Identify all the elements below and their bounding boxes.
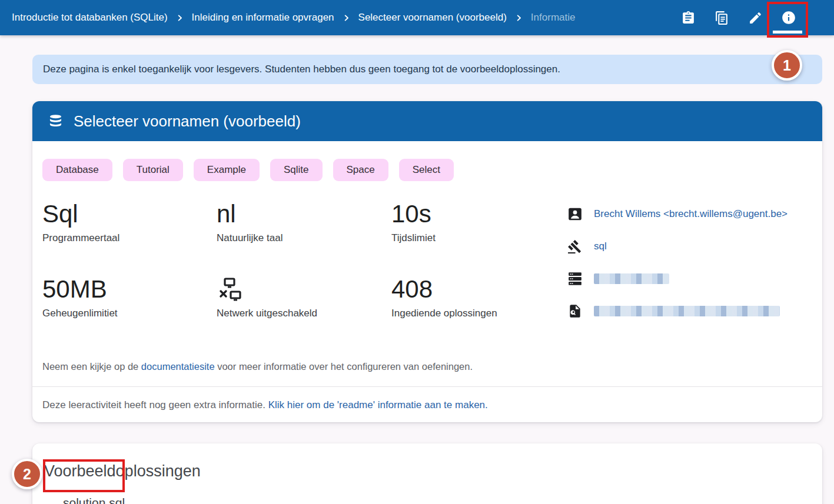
stat-programming-language: Sql Programmeertaal bbox=[42, 202, 217, 259]
stat-value: 50MB bbox=[42, 277, 217, 302]
info-icon[interactable] bbox=[781, 10, 796, 25]
navbar-actions bbox=[680, 10, 834, 25]
stat-label: Natuurlijke taal bbox=[217, 232, 391, 244]
example-solutions-card: Voorbeeldoplossingen solution.sql bbox=[32, 443, 822, 504]
exercise-info-card: Selecteer voornamen (voorbeeld) Database… bbox=[32, 101, 822, 422]
stat-submissions: 408 Ingediende oplossingen bbox=[391, 277, 562, 335]
meta-contact-row: Brecht Willems <brecht.willems@ugent.be> bbox=[567, 206, 788, 222]
solutions-title: Voorbeeldoplossingen bbox=[44, 462, 810, 480]
exercise-card-header: Selecteer voornamen (voorbeeld) bbox=[32, 101, 822, 141]
document-search-icon bbox=[567, 303, 583, 319]
readme-note: Deze leeractiviteit heeft nog geen extra… bbox=[32, 387, 822, 422]
stat-label: Programmeertaal bbox=[42, 232, 217, 244]
exercise-title: Selecteer voornamen (voorbeeld) bbox=[74, 112, 301, 131]
breadcrumb-course-link[interactable]: Introductie tot databanken (SQLite) bbox=[12, 12, 168, 24]
chevron-right-icon bbox=[342, 14, 351, 22]
contact-email-link[interactable]: Brecht Willems <brecht.willems@ugent.be> bbox=[594, 208, 788, 220]
stat-value: 10s bbox=[391, 202, 562, 227]
docs-note-text: Neem een kijkje op de bbox=[42, 361, 141, 372]
stat-memory-limit: 50MB Geheugenlimitiet bbox=[42, 277, 217, 335]
label-chip[interactable]: Tutorial bbox=[123, 159, 183, 181]
copy-pages-icon[interactable] bbox=[714, 10, 729, 25]
breadcrumb: Introductie tot databanken (SQLite) Inle… bbox=[12, 12, 575, 24]
stat-label: Netwerk uitgeschakeld bbox=[217, 308, 391, 319]
judge-link[interactable]: sql bbox=[594, 241, 607, 252]
stat-value: 408 bbox=[391, 277, 562, 302]
redacted-exercise-path bbox=[594, 306, 780, 316]
server-stack-icon bbox=[567, 271, 583, 287]
top-navbar: Introductie tot databanken (SQLite) Inle… bbox=[0, 0, 834, 35]
label-chip[interactable]: Example bbox=[194, 159, 260, 181]
stat-value: nl bbox=[217, 202, 391, 227]
readme-note-text: Deze leeractiviteit heeft nog geen extra… bbox=[42, 399, 268, 410]
breadcrumb-current-info: Informatie bbox=[531, 12, 576, 24]
label-chip[interactable]: Database bbox=[42, 159, 112, 181]
solution-file-link[interactable]: solution.sql bbox=[63, 496, 125, 504]
database-icon bbox=[48, 114, 64, 129]
pencil-edit-icon[interactable] bbox=[747, 10, 763, 25]
label-chip[interactable]: Select bbox=[399, 159, 454, 181]
label-chip[interactable]: Space bbox=[333, 159, 388, 181]
meta-repository-row bbox=[567, 271, 788, 287]
teacher-only-alert: Deze pagina is enkel toegankelijk voor l… bbox=[32, 55, 822, 84]
redacted-repository-name bbox=[594, 273, 669, 284]
label-chip[interactable]: Sqlite bbox=[270, 159, 323, 181]
documentation-site-link[interactable]: documentatiesite bbox=[141, 361, 215, 372]
documentation-note: Neem een kijkje op de documentatiesite v… bbox=[32, 335, 822, 372]
docs-note-text: voor meer informatie over het configurer… bbox=[215, 361, 473, 372]
active-tab-underline bbox=[773, 31, 802, 34]
stat-natural-language: nl Natuurlijke taal bbox=[217, 202, 391, 259]
breadcrumb-exercise-link[interactable]: Selecteer voornamen (voorbeeld) bbox=[358, 12, 507, 24]
network-disabled-icon bbox=[217, 277, 391, 303]
stat-label: Geheugenlimitiet bbox=[42, 308, 217, 319]
exercise-labels: Database Tutorial Example Sqlite Space S… bbox=[32, 141, 822, 181]
chevron-right-icon bbox=[514, 14, 523, 22]
stat-label: Ingediende oplossingen bbox=[391, 308, 562, 319]
contact-person-icon bbox=[567, 206, 583, 222]
breadcrumb-series-link[interactable]: Inleiding en informatie opvragen bbox=[192, 12, 334, 24]
solution-file-row: solution.sql bbox=[44, 496, 810, 504]
exercise-meta: Brecht Willems <brecht.willems@ugent.be>… bbox=[567, 202, 788, 335]
stat-network-disabled: Netwerk uitgeschakeld bbox=[217, 277, 391, 335]
clipboard-icon[interactable] bbox=[680, 10, 696, 25]
stat-time-limit: 10s Tijdslimiet bbox=[391, 202, 562, 259]
exercise-stats: Sql Programmeertaal nl Natuurlijke taal … bbox=[42, 202, 562, 335]
alert-text: Deze pagina is enkel toegankelijk voor l… bbox=[43, 64, 560, 75]
meta-judge-row: sql bbox=[567, 238, 788, 255]
gavel-icon bbox=[567, 239, 583, 255]
create-readme-link[interactable]: Klik hier om de 'readme' informatie aan … bbox=[268, 399, 488, 410]
meta-path-row bbox=[567, 303, 788, 319]
stat-value: Sql bbox=[42, 202, 217, 227]
chevron-right-icon bbox=[175, 14, 184, 22]
stat-label: Tijdslimiet bbox=[391, 232, 562, 244]
